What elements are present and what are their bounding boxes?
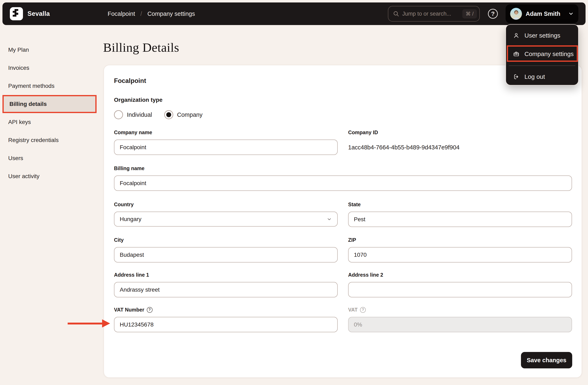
help-icon[interactable]: ? <box>488 9 498 19</box>
vat-input <box>348 317 572 332</box>
sidebar-item-invoices[interactable]: Invoices <box>2 59 97 77</box>
radio-individual-label: Individual <box>127 112 152 118</box>
user-icon <box>513 32 520 39</box>
country-select[interactable]: Hungary <box>114 212 338 226</box>
state-input[interactable] <box>348 212 572 227</box>
company-id-label: Company ID <box>348 130 378 136</box>
brand-name: Sevalla <box>27 10 50 18</box>
city-label: City <box>114 237 124 243</box>
breadcrumb-parent[interactable]: Focalpoint <box>108 10 135 17</box>
settings-sidebar: My Plan Invoices Payment methods Billing… <box>2 41 97 185</box>
sidebar-item-label: Invoices <box>8 65 29 71</box>
sidebar-item-label: My Plan <box>8 46 29 53</box>
address-line-1-input[interactable] <box>114 282 338 297</box>
search-icon <box>393 10 399 17</box>
company-name-input[interactable] <box>114 139 338 155</box>
vat-number-label: VAT Number ? <box>114 307 152 313</box>
sidebar-item-label: API keys <box>8 119 31 125</box>
billing-name-label: Billing name <box>114 165 145 171</box>
top-bar: Sevalla Focalpoint / Company settings ⌘ … <box>2 2 586 25</box>
vat-label: VAT ? <box>348 307 366 313</box>
page-title: Billing Details <box>103 40 179 55</box>
country-label: Country <box>114 202 134 207</box>
radio-company-label: Company <box>177 112 203 118</box>
billing-details-card: Focalpoint Organization type Individual … <box>104 65 582 378</box>
vat-help-icon[interactable]: ? <box>360 307 366 313</box>
sidebar-item-label: Registry credentials <box>8 137 59 143</box>
avatar <box>510 8 522 20</box>
vat-label-text: VAT <box>348 307 357 313</box>
radio-individual[interactable] <box>114 110 123 119</box>
sidebar-item-label: Users <box>8 155 23 161</box>
zip-label: ZIP <box>348 237 356 243</box>
logout-icon <box>513 73 520 80</box>
sidebar-item-my-plan[interactable]: My Plan <box>2 41 97 59</box>
breadcrumb: Focalpoint / Company settings <box>108 2 195 25</box>
user-dropdown-menu: User settings Company settings Log out <box>505 24 579 85</box>
organization-type-radio-group: Individual Company <box>114 110 203 119</box>
chevron-down-icon <box>568 11 574 17</box>
organization-type-label: Organization type <box>114 97 162 103</box>
user-name: Adam Smith <box>526 10 560 17</box>
zip-input[interactable] <box>348 247 572 263</box>
sidebar-item-registry-credentials[interactable]: Registry credentials <box>2 131 97 149</box>
address-line-1-label: Address line 1 <box>114 272 149 278</box>
vat-number-input[interactable] <box>114 317 338 332</box>
menu-item-label: Company settings <box>525 50 574 57</box>
annotation-arrow-vat-number <box>68 319 110 328</box>
state-label: State <box>348 202 361 207</box>
save-changes-button[interactable]: Save changes <box>521 352 572 368</box>
sidebar-item-user-activity[interactable]: User activity <box>2 167 97 185</box>
brand[interactable]: Sevalla <box>10 7 50 20</box>
briefcase-icon <box>513 51 520 57</box>
radio-company[interactable] <box>164 110 173 119</box>
global-search[interactable]: ⌘ / <box>388 6 480 22</box>
sidebar-item-label: Payment methods <box>8 83 55 89</box>
menu-item-company-settings[interactable]: Company settings <box>506 46 578 62</box>
sidebar-item-billing-details[interactable]: Billing details <box>2 95 97 113</box>
search-shortcut-badge: ⌘ / <box>462 9 477 19</box>
company-id-value: 1acc48b4-7664-4b55-b489-9d4347e9f904 <box>348 144 460 151</box>
vat-number-help-icon[interactable]: ? <box>147 307 152 313</box>
breadcrumb-current[interactable]: Company settings <box>147 10 195 17</box>
sidebar-item-api-keys[interactable]: API keys <box>2 113 97 131</box>
breadcrumb-separator: / <box>140 10 142 17</box>
menu-item-label: User settings <box>525 32 560 39</box>
company-card-title: Focalpoint <box>114 77 146 85</box>
sidebar-item-payment-methods[interactable]: Payment methods <box>2 77 97 95</box>
sidebar-item-users[interactable]: Users <box>2 149 97 167</box>
vat-number-label-text: VAT Number <box>114 307 144 313</box>
sevalla-pixel-s <box>12 9 21 19</box>
menu-item-log-out[interactable]: Log out <box>506 69 578 85</box>
country-selected-value: Hungary <box>120 216 142 223</box>
sevalla-logo-icon <box>10 7 23 20</box>
search-input[interactable] <box>402 11 451 17</box>
sidebar-item-label: Billing details <box>9 101 47 107</box>
company-name-label: Company name <box>114 130 152 136</box>
menu-divider <box>509 66 575 66</box>
address-line-2-input[interactable] <box>348 282 572 297</box>
menu-item-user-settings[interactable]: User settings <box>506 27 578 44</box>
user-menu-button[interactable]: Adam Smith <box>505 4 578 23</box>
menu-item-label: Log out <box>525 73 545 80</box>
billing-name-input[interactable] <box>114 176 572 191</box>
select-chevron-icon <box>327 217 332 222</box>
sidebar-item-label: User activity <box>8 173 39 180</box>
city-input[interactable] <box>114 247 338 263</box>
address-line-2-label: Address line 2 <box>348 272 383 278</box>
